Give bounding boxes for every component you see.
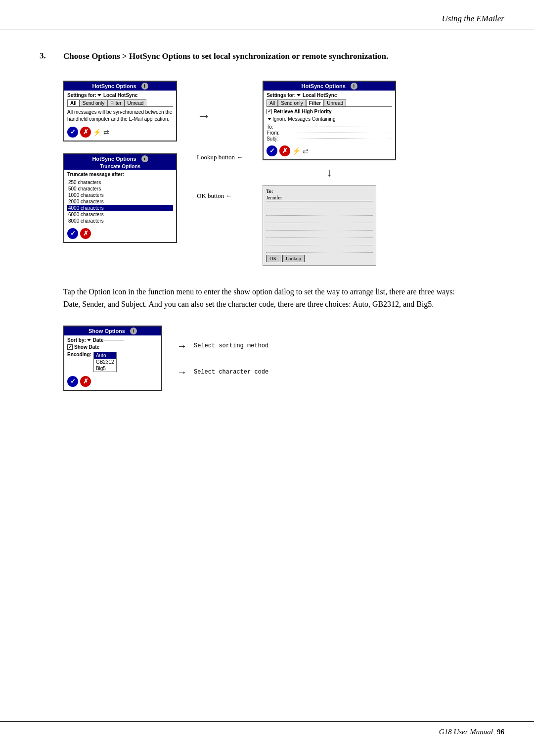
- lookup-btn[interactable]: Lookup: [282, 255, 305, 262]
- truncate-titlebar: HotSync Options i: [64, 154, 176, 163]
- tab-filter[interactable]: Filter: [107, 99, 124, 106]
- footer-page: 96: [497, 728, 504, 736]
- filter-tab-send[interactable]: Send only: [278, 99, 306, 106]
- ignore-dropdown[interactable]: Ignore Messages Containing: [267, 116, 335, 122]
- step-text: Choose Options > HotSync Options to set …: [63, 50, 494, 63]
- lookup-line-2: [266, 210, 373, 216]
- retrieve-checkbox[interactable]: ✓: [267, 109, 272, 114]
- show-date-checkbox[interactable]: ✓: [67, 344, 73, 350]
- truncate-8000[interactable]: 8000 characters: [67, 218, 173, 224]
- filter-buttons: ✓ ✗ ⚡ ⇄: [267, 144, 392, 157]
- lookup-line-5: [266, 232, 373, 238]
- hotsync-filter-title: HotSync Options: [302, 83, 346, 89]
- sort-by-label: Sort by:: [67, 337, 86, 343]
- center-arrow-col: → Lookup button ← OK button ←: [197, 81, 243, 200]
- lookup-ok-row: OK Lookup: [266, 255, 373, 262]
- sort-underline: [104, 340, 124, 340]
- diagrams-row: HotSync Options i Settings for: Local Ho…: [63, 81, 494, 266]
- truncate-6000[interactable]: 6000 characters: [67, 211, 173, 218]
- footer-book: G18 User Manual: [439, 728, 493, 736]
- field-to-label: To:: [267, 124, 284, 130]
- filter-tab-filter[interactable]: Filter: [306, 99, 324, 106]
- settings-dropdown[interactable]: Local HotSync: [96, 93, 137, 98]
- truncate-label: Truncate message after:: [67, 172, 173, 177]
- field-from-label: From:: [267, 130, 284, 136]
- dropdown-arrow-icon: [97, 94, 101, 96]
- settings-row: Settings for: Local HotSync: [67, 93, 173, 98]
- truncate-window: HotSync Options i Truncate Options Trunc…: [63, 153, 177, 243]
- field-subj: Subj:: [267, 136, 392, 142]
- truncate-1000[interactable]: 1000 characters: [67, 192, 173, 198]
- truncate-buttons: ✓ ✗: [67, 227, 173, 240]
- show-options-title: Show Options: [89, 328, 125, 334]
- right-diagrams: HotSync Options i Settings for: Local Ho…: [263, 81, 396, 266]
- sort-dropdown[interactable]: Date: [86, 337, 125, 343]
- encoding-auto[interactable]: Auto: [94, 352, 116, 359]
- hotsync-filter-window: HotSync Options i Settings for: Local Ho…: [263, 81, 396, 160]
- ok-button[interactable]: ✓: [67, 127, 78, 138]
- sync-icon: ⚡: [93, 128, 101, 136]
- horiz-arrow-icon: →: [197, 108, 243, 124]
- truncate-2000[interactable]: 2000 characters: [67, 198, 173, 205]
- hotsync-all-body: Settings for: Local HotSync All Send onl…: [64, 91, 176, 141]
- encoding-arrow-icon: →: [177, 367, 187, 378]
- truncate-list: 250 characters 500 characters 1000 chara…: [67, 179, 173, 224]
- truncate-500[interactable]: 500 characters: [67, 186, 173, 192]
- show-date-label: Show Date: [74, 344, 99, 350]
- hotsync-body-text: All messages will be syn-chronized betwe…: [67, 109, 173, 123]
- show-cancel-btn[interactable]: ✗: [80, 376, 91, 387]
- sort-arrow-icon: →: [177, 340, 187, 352]
- lookup-to-label: To:: [266, 189, 373, 194]
- lookup-panel: To: Jennifer OK Lookup: [263, 185, 376, 266]
- filter-settings-dropdown[interactable]: Local HotSync: [296, 93, 337, 98]
- ignore-dropdown-label: Ignore Messages Containing: [272, 116, 335, 122]
- truncate-4000[interactable]: 4000 characters: [67, 205, 173, 211]
- tab-send-only[interactable]: Send only: [80, 99, 107, 106]
- filter-cancel-btn[interactable]: ✗: [279, 145, 290, 156]
- encoding-gb2312[interactable]: GB2312: [94, 359, 116, 365]
- sort-dropdown-arrow: [87, 339, 91, 341]
- hotsync-filter-titlebar: HotSync Options i: [264, 82, 395, 91]
- truncate-ok-btn[interactable]: ✓: [67, 228, 78, 239]
- body-text: Tap the Option icon in the function menu…: [63, 285, 471, 311]
- page-header: Using the EMailer: [0, 0, 534, 30]
- left-diagrams: HotSync Options i Settings for: Local Ho…: [63, 81, 177, 243]
- encoding-big5[interactable]: Big5: [94, 365, 116, 372]
- encoding-options: Auto GB2312 Big5: [93, 352, 117, 372]
- show-ok-btn[interactable]: ✓: [67, 376, 78, 387]
- ignore-dropdown-arrow: [267, 118, 271, 120]
- char-code-label: Select character code: [194, 369, 268, 376]
- tab-all[interactable]: All: [67, 99, 80, 106]
- cancel-button[interactable]: ✗: [80, 127, 91, 138]
- hotsync-all-titlebar: HotSync Options i: [64, 82, 176, 91]
- lookup-line-4: [266, 225, 373, 231]
- truncate-info-icon: i: [141, 155, 148, 162]
- filter-tab-all[interactable]: All: [267, 99, 278, 106]
- filter-sync-icon: ⚡: [292, 147, 301, 155]
- lookup-label: Lookup button ←: [197, 153, 243, 161]
- step-3-block: 3. Choose Options > HotSync Options to s…: [40, 50, 494, 63]
- step-number: 3.: [40, 50, 63, 63]
- filter-tabs: All Send only Filter Unread: [267, 99, 392, 107]
- truncate-cancel-btn[interactable]: ✗: [80, 228, 91, 239]
- encoding-row: Encoding: Auto GB2312 Big5: [67, 352, 158, 372]
- lookup-line-7: [266, 247, 373, 253]
- arrow-down-container: ↓: [263, 164, 396, 181]
- lookup-name-value: Jennifer: [266, 195, 373, 201]
- hotsync-all-info-icon: i: [141, 83, 148, 90]
- hotsync-all-title: HotSync Options: [92, 83, 136, 89]
- filter-sync2-icon: ⇄: [303, 147, 309, 155]
- truncate-250[interactable]: 250 characters: [67, 179, 173, 186]
- retrieve-label: Retrieve All High Priority: [273, 109, 331, 114]
- lookup-line-6: [266, 239, 373, 245]
- filter-tab-unread[interactable]: Unread: [324, 99, 346, 106]
- sort-method-label: Select sorting method: [194, 342, 268, 349]
- field-subj-line[interactable]: [284, 139, 392, 139]
- ok-btn[interactable]: OK: [266, 255, 280, 262]
- arrow-down-icon: ↓: [327, 166, 332, 179]
- field-to-line[interactable]: [284, 127, 392, 127]
- field-from-line[interactable]: [284, 133, 392, 133]
- filter-ok-btn[interactable]: ✓: [267, 145, 277, 156]
- field-from: From:: [267, 130, 392, 136]
- tab-unread[interactable]: Unread: [125, 99, 147, 106]
